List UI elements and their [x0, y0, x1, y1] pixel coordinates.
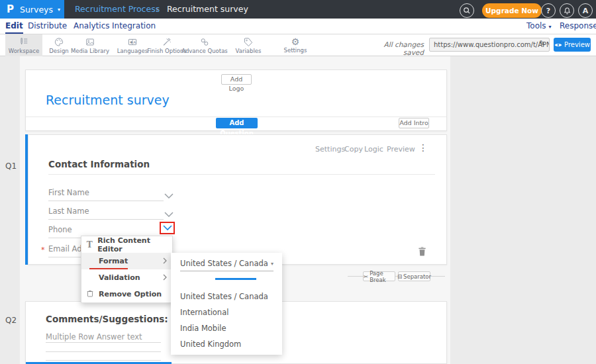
notifications-button[interactable]	[560, 3, 574, 18]
chevron-down-icon[interactable]	[164, 208, 174, 214]
tab-distribute[interactable]: Distribute	[28, 19, 67, 34]
responses-label: Responses:	[560, 21, 596, 30]
search-button[interactable]	[460, 3, 474, 18]
toolbar-variables-label: Variables	[236, 48, 262, 54]
field-row-last-name[interactable]: Last Name	[48, 206, 164, 220]
add-intro-button[interactable]: Add Intro	[399, 118, 429, 128]
menu-item-label: Remove Option	[99, 290, 162, 298]
format-option-united-kingdom[interactable]: United Kingdom	[180, 340, 241, 349]
top-navbar: P Surveys ▾ Recruitment Process › Recrui…	[0, 0, 596, 19]
text-format-icon: T	[81, 240, 97, 250]
field-row-first-name[interactable]: First Name	[48, 188, 164, 201]
toolbar-media-library[interactable]: Media Library	[72, 34, 109, 56]
toolbar-advance-quotas-label: Advance Quotas	[181, 48, 228, 54]
separator-button[interactable]: ⊟ Separator	[398, 271, 430, 281]
question-settings-link[interactable]: Settings	[315, 145, 345, 154]
survey-url-field[interactable]: https://www.questionpro.com/t/APNrFZ	[429, 38, 550, 52]
menu-item-label: Validation	[99, 273, 140, 282]
responses-link[interactable]: Responses: 4	[560, 19, 596, 34]
gear-icon: ⚙	[291, 37, 300, 46]
account-avatar[interactable]: A	[578, 3, 593, 18]
toolbar-languages[interactable]: ✱ A Languages	[114, 34, 151, 56]
separator-icon: ⊟	[397, 273, 402, 280]
phone-format-flyout: United States / Canada ▾ United States /…	[171, 253, 282, 355]
menu-item-validation[interactable]: Validation	[81, 269, 172, 286]
answer-line[interactable]	[46, 343, 161, 352]
questionpro-logo: P	[7, 3, 14, 15]
page-break-label: Page Break	[370, 270, 395, 283]
question-title[interactable]: Contact Information	[48, 159, 150, 169]
annotation-underline	[89, 268, 128, 270]
search-icon	[463, 7, 471, 15]
delete-question-button[interactable]	[418, 246, 426, 259]
toolbar-finish-options-label: Finish Options	[147, 48, 187, 54]
breadcrumb-current: Recruitment survey	[167, 0, 248, 19]
trash-icon	[81, 289, 99, 299]
separator-label: Separator	[403, 273, 431, 280]
submenu-arrow-icon	[163, 257, 167, 266]
format-option-international[interactable]: International	[180, 308, 228, 317]
help-button[interactable]: ?	[541, 3, 556, 18]
tab-edit[interactable]: Edit	[5, 19, 23, 34]
product-menu[interactable]: P Surveys ▾	[0, 0, 64, 19]
add-question-button[interactable]: Add Question	[216, 118, 258, 128]
submenu-arrow-icon	[163, 274, 167, 283]
toolbar-media-library-label: Media Library	[71, 48, 109, 54]
upgrade-now-button[interactable]: Upgrade Now	[482, 3, 542, 18]
question-title[interactable]: Comments/Suggestions:	[46, 314, 168, 324]
tab-integration[interactable]: Integration	[112, 19, 156, 34]
kebab-menu-icon[interactable]: ⋮	[419, 142, 428, 153]
menu-item-rich-content-editor[interactable]: T Rich Content Editor	[81, 236, 172, 253]
edit-url-icon[interactable]: ✎	[539, 39, 545, 48]
toolbar-settings-label: Settings	[284, 47, 307, 54]
multirow-answer-placeholder[interactable]: Multiple Row Answer text	[46, 332, 161, 343]
survey-header-card: Add Logo Recruitment survey Add Question…	[25, 69, 447, 131]
menu-item-remove-option[interactable]: Remove Option	[81, 286, 172, 302]
trash-icon	[418, 246, 426, 256]
toolbar-workspace-label: Workspace	[9, 48, 39, 54]
avatar-initial: A	[583, 7, 589, 15]
translate-icon: ✱ A	[127, 37, 138, 47]
question-preview-link[interactable]: Preview	[387, 145, 415, 154]
menu-item-label: Rich Content Editor	[97, 236, 172, 253]
preview-button-label: Preview	[564, 41, 590, 48]
add-logo-button[interactable]: Add Logo	[221, 74, 252, 85]
format-option-us-canada[interactable]: United States / Canada	[180, 292, 268, 301]
format-select-value: United States / Canada	[180, 259, 268, 268]
question-number-q2: Q2	[5, 316, 17, 325]
question-number-q1: Q1	[5, 161, 17, 171]
svg-text:A: A	[133, 40, 136, 44]
format-select[interactable]: United States / Canada ▾	[180, 259, 273, 271]
toolbar-advance-quotas[interactable]: Advance Quotas	[183, 34, 226, 56]
tag-icon	[243, 37, 254, 47]
product-menu-label: Surveys	[20, 5, 53, 15]
tab-analytics[interactable]: Analytics	[74, 19, 110, 34]
menu-item-format[interactable]: Format	[81, 253, 172, 269]
question-logic-link[interactable]: Logic	[364, 145, 383, 154]
breadcrumb-parent[interactable]: Recruitment Process	[75, 0, 160, 19]
survey-title[interactable]: Recruitment survey	[46, 93, 170, 107]
question-copy-link[interactable]: Copy	[344, 145, 363, 154]
wand-icon	[162, 37, 172, 47]
toolbar-workspace[interactable]: Workspace	[5, 34, 42, 56]
chevron-down-icon[interactable]	[164, 189, 174, 195]
chevron-down-icon: ▾	[548, 24, 551, 30]
option-context-menu: T Rich Content Editor Format Validation …	[81, 236, 173, 303]
page-break-button[interactable]: ✂ Page Break	[363, 271, 395, 281]
answer-line[interactable]	[46, 352, 161, 361]
survey-builder-screen: P Surveys ▾ Recruitment Process › Recrui…	[0, 0, 596, 364]
preview-button[interactable]: Preview	[554, 38, 591, 52]
toolbar-finish-options[interactable]: Finish Options	[148, 34, 185, 56]
save-status: All changes saved	[370, 40, 424, 56]
toolbar-variables[interactable]: Variables	[230, 34, 267, 56]
breadcrumb-separator: ›	[156, 0, 159, 19]
workspace-icon	[19, 37, 29, 47]
chain-icon	[199, 37, 210, 47]
menu-item-label: Format	[99, 257, 128, 265]
format-option-india-mobile[interactable]: India Mobile	[180, 324, 226, 333]
toolbar-settings[interactable]: ⚙ Settings	[277, 34, 314, 56]
palette-icon	[54, 37, 64, 47]
select-caret-icon: ▾	[271, 261, 273, 267]
phone-options-chevron-icon[interactable]	[163, 225, 172, 231]
tools-menu[interactable]: Tools ▾	[526, 19, 551, 34]
